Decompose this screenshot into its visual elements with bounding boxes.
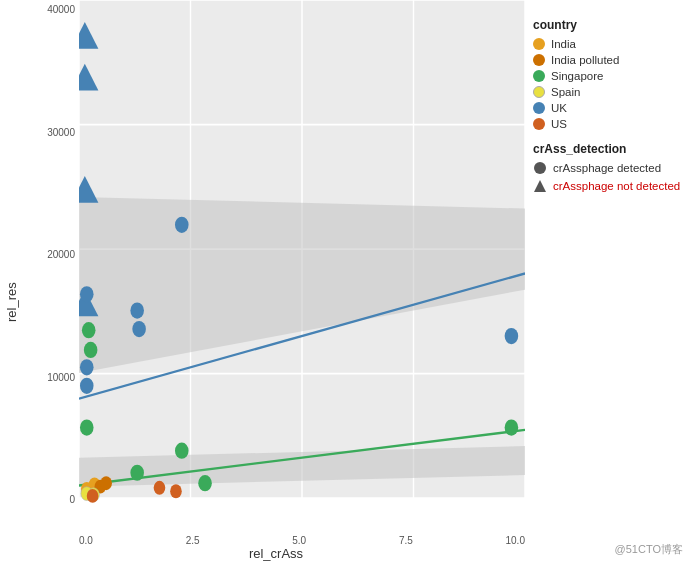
legend-item-us: US [533,118,687,130]
y-ticks: 40000 30000 20000 10000 0 [27,0,79,533]
main-plot-svg [79,0,525,533]
x-tick-10: 10.0 [506,535,525,546]
svg-point-43 [534,162,546,174]
chart-area: rel_res 40000 30000 20000 10000 0 [0,0,525,565]
svg-point-37 [100,476,112,490]
legend-circle-india [533,38,545,50]
legend-label-singapore: Singapore [551,70,603,82]
y-axis-label: rel_res [0,0,27,565]
svg-point-42 [154,481,166,495]
svg-point-31 [198,475,212,491]
svg-point-40 [87,489,99,503]
legend-item-singapore: Singapore [533,70,687,82]
legend-area: country India India polluted Singapore S… [525,0,695,565]
x-tick-5: 5.0 [292,535,306,546]
svg-point-23 [132,321,146,337]
plot-row: 40000 30000 20000 10000 0 [27,0,525,533]
triangle-shape-icon [533,179,547,193]
svg-point-20 [80,359,94,375]
legend-circle-singapore [533,70,545,82]
legend-label-india: India [551,38,576,50]
svg-marker-44 [534,180,546,192]
svg-point-30 [175,443,189,459]
legend-circle-us [533,118,545,130]
x-tick-0: 0.0 [79,535,93,546]
legend-label-uk: UK [551,102,567,114]
legend-detection-title: crAss_detection [533,142,687,156]
chart-inner: 40000 30000 20000 10000 0 [27,0,525,565]
y-tick-30000: 30000 [47,127,75,138]
x-ticks-row: 0.0 2.5 5.0 7.5 10.0 [79,533,525,546]
legend-item-detected: crAssphage detected [533,161,687,175]
y-tick-0: 0 [69,494,75,505]
chart-container: rel_res 40000 30000 20000 10000 0 [0,0,695,565]
plot-svg-container [79,0,525,533]
legend-label-not-detected: crAssphage not detected [553,180,680,192]
y-tick-20000: 20000 [47,249,75,260]
svg-point-41 [170,484,182,498]
x-tick-7.5: 7.5 [399,535,413,546]
legend-item-not-detected: crAssphage not detected [533,179,687,193]
svg-point-28 [84,342,98,358]
plot-with-axes: 40000 30000 20000 10000 0 [27,0,525,565]
circle-shape-icon [533,161,547,175]
legend-circle-india-polluted [533,54,545,66]
svg-point-19 [80,286,94,302]
svg-point-22 [130,302,144,318]
svg-point-24 [175,217,189,233]
y-tick-10000: 10000 [47,372,75,383]
legend-item-uk: UK [533,102,687,114]
svg-point-21 [80,378,94,394]
x-ticks: 0.0 2.5 5.0 7.5 10.0 [79,535,525,546]
x-axis-label: rel_crAss [27,546,525,565]
watermark: @51CTO博客 [615,542,683,557]
svg-point-25 [505,328,519,344]
legend-circle-spain [533,86,545,98]
legend-circle-uk [533,102,545,114]
legend-label-us: US [551,118,567,130]
legend-item-spain: Spain [533,86,687,98]
x-tick-2.5: 2.5 [186,535,200,546]
svg-point-29 [130,465,144,481]
legend-label-detected: crAssphage detected [553,162,661,174]
svg-point-32 [505,419,519,435]
legend-country-title: country [533,18,687,32]
legend-item-india-polluted: India polluted [533,54,687,66]
svg-point-26 [80,419,94,435]
legend-label-spain: Spain [551,86,580,98]
legend-item-india: India [533,38,687,50]
legend-label-india-polluted: India polluted [551,54,619,66]
svg-point-27 [82,322,96,338]
y-tick-40000: 40000 [47,4,75,15]
